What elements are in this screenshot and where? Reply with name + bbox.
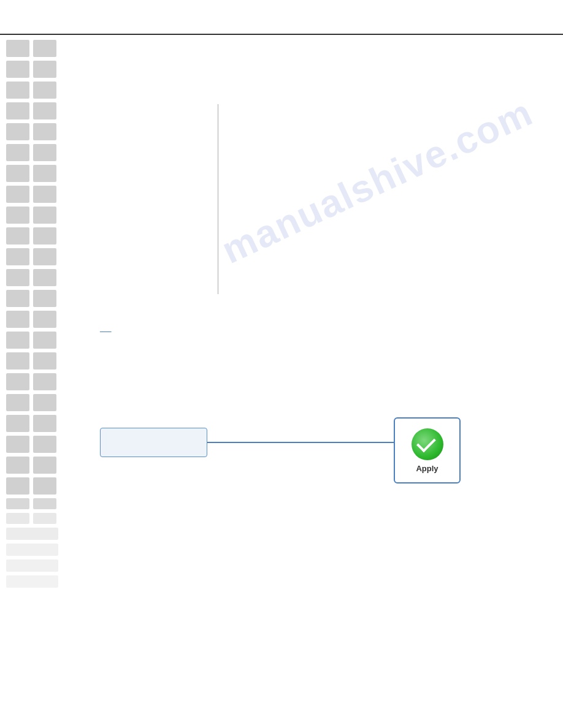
sidebar-row	[6, 394, 95, 411]
sidebar-square	[6, 332, 29, 349]
sidebar-square	[6, 457, 29, 474]
sidebar-row	[6, 61, 95, 78]
sidebar-row	[6, 269, 95, 286]
apply-label: Apply	[416, 464, 438, 473]
sidebar-square	[6, 352, 29, 370]
sidebar-square	[6, 123, 29, 140]
sidebar-row	[6, 575, 95, 588]
sidebar-row	[6, 207, 95, 224]
sidebar-square	[6, 82, 29, 99]
sidebar-square	[6, 290, 29, 307]
sidebar-square	[33, 311, 56, 328]
sidebar-square	[6, 248, 29, 265]
sidebar-square	[33, 82, 56, 99]
sidebar-row	[6, 311, 95, 328]
sidebar-row	[6, 102, 95, 119]
sidebar-square	[33, 394, 56, 411]
sidebar-square	[6, 269, 29, 286]
sidebar-square	[6, 498, 29, 509]
sidebar-row	[6, 123, 95, 140]
sidebar-square	[33, 415, 56, 432]
link-text[interactable]: ___	[100, 325, 111, 332]
sidebar-row	[6, 290, 95, 307]
sidebar-square	[33, 123, 56, 140]
sidebar-square	[6, 61, 29, 78]
sidebar-row	[6, 144, 95, 161]
sidebar-square	[33, 227, 56, 245]
sidebar-square	[6, 415, 29, 432]
sidebar-square	[6, 144, 29, 161]
sidebar-square	[6, 40, 29, 57]
sidebar-square	[6, 436, 29, 453]
sidebar-row	[6, 477, 95, 495]
sidebar-square	[6, 373, 29, 390]
sidebar-row	[6, 186, 95, 203]
sidebar-square	[33, 373, 56, 390]
sidebar-square	[33, 40, 56, 57]
sidebar-row	[6, 227, 95, 245]
sidebar-square	[33, 165, 56, 182]
sidebar-square	[33, 513, 56, 524]
watermark: manualshive.com	[215, 90, 540, 272]
sidebar-square	[6, 575, 58, 588]
sidebar-row	[6, 544, 95, 556]
sidebar-row	[6, 82, 95, 99]
input-field[interactable]	[100, 428, 207, 457]
sidebar-row	[6, 248, 95, 265]
sidebar-square	[33, 102, 56, 119]
sidebar-square	[33, 207, 56, 224]
sidebar-square	[33, 248, 56, 265]
sidebar-square	[33, 352, 56, 370]
sidebar-square	[33, 498, 56, 509]
sidebar-row	[6, 415, 95, 432]
connector-line	[207, 442, 396, 443]
sidebar-row	[6, 165, 95, 182]
sidebar-square	[33, 332, 56, 349]
sidebar-row	[6, 498, 95, 509]
sidebar-square	[33, 61, 56, 78]
sidebar-square	[33, 144, 56, 161]
sidebar-row	[6, 436, 95, 453]
sidebar-square	[33, 477, 56, 495]
top-border	[0, 34, 563, 35]
sidebar-square	[33, 269, 56, 286]
sidebar-square	[6, 102, 29, 119]
sidebar-square	[33, 186, 56, 203]
sidebar-square	[33, 457, 56, 474]
sidebar-square	[6, 477, 29, 495]
sidebar-square	[6, 528, 58, 540]
sidebar-square	[6, 165, 29, 182]
vertical-divider	[218, 104, 218, 294]
sidebar-square	[6, 544, 58, 556]
sidebar-square	[6, 513, 29, 524]
sidebar-square	[6, 394, 29, 411]
sidebar-row	[6, 352, 95, 370]
sidebar-row	[6, 559, 95, 572]
checkmark-icon	[412, 428, 443, 460]
sidebar-row	[6, 373, 95, 390]
sidebar-square	[33, 436, 56, 453]
sidebar-row	[6, 332, 95, 349]
sidebar-row	[6, 40, 95, 57]
sidebar-square	[6, 311, 29, 328]
sidebar-square	[6, 207, 29, 224]
sidebar-square	[33, 290, 56, 307]
sidebar-square	[6, 186, 29, 203]
sidebar-square	[6, 227, 29, 245]
apply-button[interactable]: Apply	[394, 417, 461, 483]
sidebar-row	[6, 513, 95, 524]
sidebar	[6, 40, 95, 589]
sidebar-square	[6, 559, 58, 572]
sidebar-row	[6, 457, 95, 474]
sidebar-row	[6, 528, 95, 540]
